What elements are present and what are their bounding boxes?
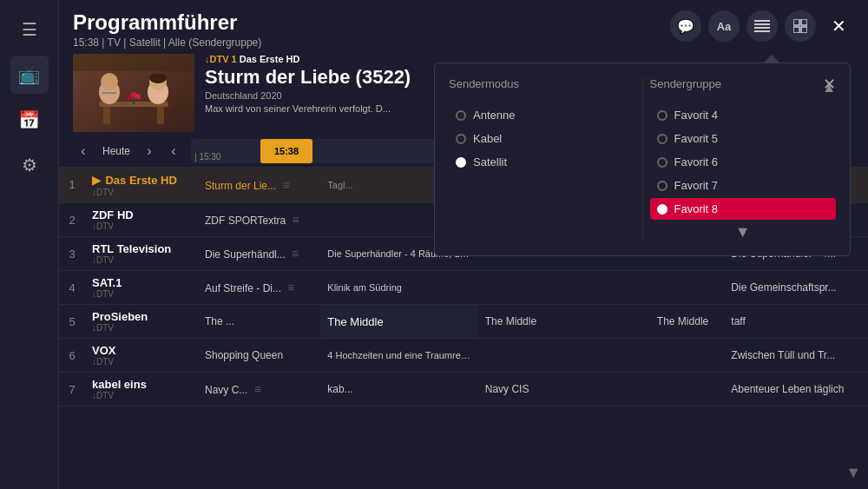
channel-label: Das Erste HD bbox=[105, 174, 176, 187]
svg-rect-7 bbox=[801, 27, 807, 33]
page-title: Programmführer bbox=[73, 10, 261, 35]
row-channel: VOX ↓DTV bbox=[85, 339, 198, 373]
font-icon-button[interactable]: Aa bbox=[708, 10, 740, 42]
epg-icon-button[interactable] bbox=[746, 10, 778, 42]
featured-thumbnail bbox=[73, 54, 194, 132]
after-program bbox=[650, 339, 724, 373]
sidebar-icon-calendar[interactable]: 📅 bbox=[10, 101, 49, 139]
row-num: 6 bbox=[59, 339, 85, 373]
row-num: 7 bbox=[59, 373, 85, 406]
table-row[interactable]: 6 VOX ↓DTV Shopping Queen 4 Hochzeiten u… bbox=[59, 339, 868, 373]
timeline-next-arrow[interactable]: › bbox=[139, 141, 160, 162]
scroll-down-icon[interactable]: ▼ bbox=[845, 464, 861, 482]
last-program: Abenteuer Leben täglich bbox=[724, 373, 868, 406]
sendermodus-satellit[interactable]: Satellit bbox=[449, 151, 635, 173]
featured-channel-name: ↓DTV 1 bbox=[205, 54, 237, 64]
row-channel: ▶ Das Erste HD ↓DTV bbox=[85, 167, 198, 203]
radio-kabel bbox=[456, 134, 466, 144]
kabel-label: Kabel bbox=[473, 132, 502, 145]
column-divider bbox=[642, 77, 643, 241]
svg-rect-2 bbox=[754, 27, 770, 29]
featured-channel-full: Das Erste HD bbox=[240, 54, 300, 64]
sendergruppe-favorit4[interactable]: Favorit 4 bbox=[650, 104, 837, 126]
channel-tag: ↓DTV bbox=[92, 255, 191, 265]
favorit5-label: Favorit 5 bbox=[674, 132, 719, 145]
favorit6-label: Favorit 6 bbox=[674, 155, 719, 169]
row-num: 4 bbox=[59, 271, 85, 305]
chat-icon-button[interactable]: 💬 bbox=[670, 10, 701, 42]
current-program: Die Superhändl... ≡ bbox=[198, 237, 320, 271]
sendermodus-kabel[interactable]: Kabel bbox=[449, 128, 635, 149]
sendergruppe-scroll-down[interactable]: ▼ bbox=[650, 223, 837, 241]
channel-name: ▶ Das Erste HD bbox=[92, 172, 191, 188]
grid-icon-button[interactable] bbox=[785, 10, 816, 42]
svg-point-22 bbox=[149, 73, 167, 83]
menu-icon: ≡ bbox=[292, 213, 299, 227]
last-program: Zwischen Tüll und Tr... bbox=[724, 339, 868, 373]
last-program: Die Gemeinschaftspr... bbox=[724, 271, 868, 305]
channel-tag: ↓DTV bbox=[92, 188, 191, 197]
channel-label: ZDF HD bbox=[92, 208, 191, 221]
menu-icon: ≡ bbox=[292, 247, 299, 261]
sidebar-icon-tv[interactable]: 📺 bbox=[10, 56, 49, 94]
svg-rect-1 bbox=[754, 23, 770, 25]
current-program: ZDF SPORTextra ≡ bbox=[198, 203, 320, 237]
channel-label: ProSieben bbox=[92, 310, 191, 323]
sendermodus-column: Sendermodus Antenne Kabel Satellit bbox=[449, 77, 635, 241]
grid-icon bbox=[793, 19, 807, 33]
sendermodus-antenne[interactable]: Antenne bbox=[449, 104, 635, 126]
after-program: The Middle bbox=[650, 305, 724, 339]
channel-label: RTL Television bbox=[92, 242, 191, 255]
next-program bbox=[478, 339, 650, 373]
row-channel: ProSieben ↓DTV bbox=[85, 305, 198, 339]
current-program2: kab... bbox=[320, 373, 477, 406]
sidebar-icon-settings[interactable]: ⚙ bbox=[10, 146, 49, 184]
channel-tag: ↓DTV bbox=[92, 323, 191, 333]
channel-tag: ↓DTV bbox=[92, 221, 191, 231]
channel-tag: ↓DTV bbox=[92, 391, 191, 400]
after-program bbox=[650, 271, 724, 305]
thumbnail-scene bbox=[73, 54, 194, 132]
channel-label: kabel eins bbox=[92, 378, 191, 391]
sendergruppe-favorit7[interactable]: Favorit 7 bbox=[650, 175, 837, 196]
timeline-back-arrow[interactable]: ‹ bbox=[163, 141, 184, 162]
row-channel: RTL Television ↓DTV bbox=[85, 237, 198, 271]
radio-favorit8 bbox=[657, 204, 667, 215]
timeline-prev-arrow[interactable]: ‹ bbox=[73, 141, 94, 162]
favorit4-label: Favorit 4 bbox=[674, 109, 719, 122]
next-program bbox=[478, 271, 650, 305]
svg-point-18 bbox=[101, 73, 118, 90]
table-row[interactable]: 5 ProSieben ↓DTV The ... The Middle The … bbox=[59, 305, 868, 339]
header-text: Programmführer 15:38 | TV | Satellit | A… bbox=[73, 10, 261, 49]
table-row[interactable]: 7 kabel eins ↓DTV Navy C... ≡ kab... Nav… bbox=[59, 373, 868, 406]
radio-favorit4 bbox=[657, 110, 667, 121]
timeline-time-left: | 15:30 bbox=[194, 152, 220, 162]
radio-favorit5 bbox=[657, 134, 667, 144]
last-program: taff bbox=[724, 305, 868, 339]
sendergruppe-favorit5[interactable]: Favorit 5 bbox=[650, 128, 837, 149]
thumbnail-image bbox=[73, 54, 194, 132]
row-channel: SAT.1 ↓DTV bbox=[85, 271, 198, 305]
satellit-label: Satellit bbox=[473, 155, 507, 169]
dropdown-close-button[interactable]: ✕ bbox=[819, 74, 839, 95]
sendergruppe-favorit8[interactable]: Favorit 8 bbox=[650, 198, 837, 220]
row-num: 1 bbox=[59, 167, 85, 203]
svg-rect-0 bbox=[754, 20, 770, 22]
sidebar-icon-menu[interactable]: ☰ bbox=[10, 10, 49, 49]
sendergruppe-title: Sendergruppe bbox=[650, 77, 721, 94]
svg-point-15 bbox=[135, 94, 141, 99]
current-program: Shopping Queen bbox=[198, 339, 320, 373]
table-row[interactable]: 4 SAT.1 ↓DTV Auf Streife - Di... ≡ Klini… bbox=[59, 271, 868, 305]
row-channel: kabel eins ↓DTV bbox=[85, 373, 198, 406]
svg-rect-3 bbox=[754, 30, 770, 32]
sendergruppe-column: Sendergruppe ▲ Favorit 4 Favorit 5 Favor… bbox=[650, 77, 837, 241]
current-program-highlight: The Middle bbox=[320, 305, 477, 339]
close-button[interactable]: ✕ bbox=[823, 10, 854, 42]
favorit7-label: Favorit 7 bbox=[674, 179, 719, 192]
channel-tag: ↓DTV bbox=[92, 289, 191, 299]
row-num: 3 bbox=[59, 237, 85, 271]
next-program: Navy CIS bbox=[478, 373, 650, 406]
current-program2: Klinik am Südring bbox=[320, 271, 477, 305]
current-program2: 4 Hochzeiten und eine Traumreise bbox=[320, 339, 477, 373]
sendergruppe-favorit6[interactable]: Favorit 6 bbox=[650, 151, 837, 173]
